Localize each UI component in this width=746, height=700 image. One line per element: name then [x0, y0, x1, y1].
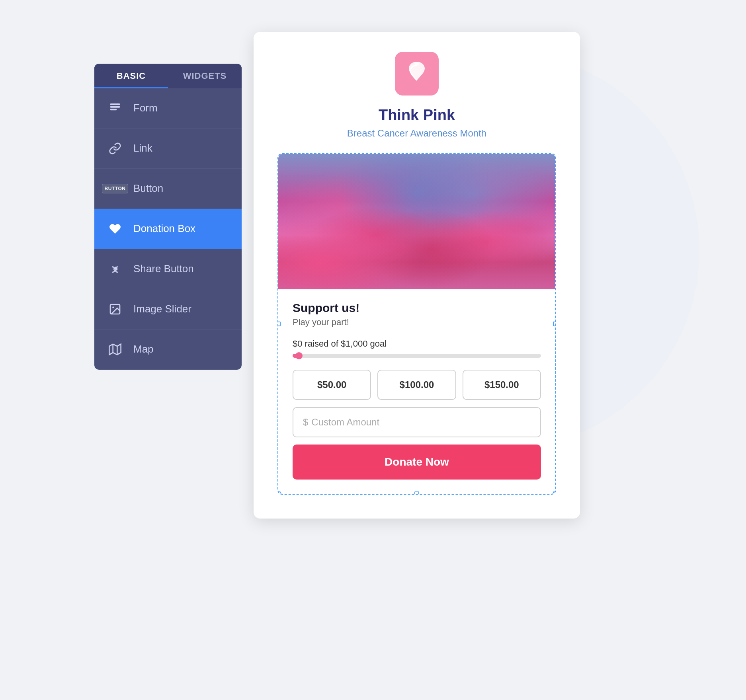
amount-btn-100[interactable]: $100.00 — [377, 370, 456, 400]
preview-area: Think Pink Breast Cancer Awareness Month… — [254, 32, 652, 519]
donate-now-button[interactable]: Donate Now — [293, 445, 541, 480]
amount-buttons: $50.00 $100.00 $150.00 — [293, 370, 541, 400]
svg-point-5 — [112, 306, 114, 308]
handle-mid-right[interactable] — [553, 322, 556, 326]
map-icon — [106, 341, 124, 358]
sidebar-item-donation-box[interactable]: Donation Box — [94, 209, 242, 249]
main-container: BASIC WIDGETS Form Link BUTTON Button — [94, 32, 652, 669]
sidebar-item-label-donation-box: Donation Box — [133, 222, 195, 235]
svg-point-9 — [415, 62, 419, 66]
sidebar-item-label-form: Form — [133, 102, 158, 114]
sidebar-tabs: BASIC WIDGETS — [94, 64, 242, 88]
handle-bottom-left[interactable] — [277, 491, 281, 495]
progress-bar-fill — [293, 354, 300, 358]
svg-rect-2 — [110, 109, 117, 110]
sidebar-item-image-slider[interactable]: Image Slider — [94, 289, 242, 330]
donation-content: Support us! Play your part! $0 raised of… — [278, 289, 555, 494]
handle-bottom-right[interactable] — [553, 491, 556, 495]
event-image — [278, 154, 555, 289]
sidebar-item-label-image-slider: Image Slider — [133, 303, 191, 315]
support-subtitle: Play your part! — [293, 317, 541, 328]
handle-bottom-mid[interactable] — [414, 491, 419, 495]
tab-basic[interactable]: BASIC — [94, 64, 168, 88]
progress-bar-track — [293, 354, 541, 358]
svg-marker-6 — [109, 344, 121, 355]
ribbon-icon — [403, 60, 431, 88]
form-icon — [106, 99, 124, 117]
sidebar-item-form[interactable]: Form — [94, 88, 242, 129]
progress-label: $0 raised of $1,000 goal — [293, 339, 541, 349]
button-icon: BUTTON — [106, 180, 124, 197]
svg-rect-1 — [110, 106, 120, 107]
svg-rect-0 — [110, 103, 120, 105]
amount-btn-50[interactable]: $50.00 — [293, 370, 371, 400]
custom-amount-field[interactable]: $ Custom Amount — [293, 407, 541, 437]
preview-card: Think Pink Breast Cancer Awareness Month… — [254, 32, 580, 519]
heart-icon — [106, 220, 124, 238]
tab-widgets[interactable]: WIDGETS — [168, 64, 242, 88]
image-slider-icon — [106, 300, 124, 318]
dollar-sign: $ — [303, 417, 308, 428]
link-icon — [106, 140, 124, 157]
sidebar-item-label-share: Share Button — [133, 263, 194, 275]
card-title: Think Pink — [277, 107, 556, 124]
custom-amount-placeholder: Custom Amount — [311, 417, 379, 428]
sidebar-item-link[interactable]: Link — [94, 129, 242, 169]
amount-btn-150[interactable]: $150.00 — [463, 370, 541, 400]
sidebar-item-share-button[interactable]: Share Button — [94, 249, 242, 289]
sidebar-item-label-map: Map — [133, 343, 154, 355]
sidebar-item-label-link: Link — [133, 142, 152, 154]
logo-container — [277, 52, 556, 96]
sidebar-item-label-button: Button — [133, 182, 163, 195]
ribbon-box — [395, 52, 439, 96]
support-title: Support us! — [293, 301, 541, 315]
sidebar-item-button[interactable]: BUTTON Button — [94, 169, 242, 209]
sidebar-item-map[interactable]: Map — [94, 330, 242, 370]
sidebar: BASIC WIDGETS Form Link BUTTON Button — [94, 64, 242, 370]
card-subtitle: Breast Cancer Awareness Month — [277, 128, 556, 139]
handle-mid-left[interactable] — [277, 322, 281, 326]
share-icon — [106, 260, 124, 278]
donation-widget: Support us! Play your part! $0 raised of… — [277, 153, 556, 495]
